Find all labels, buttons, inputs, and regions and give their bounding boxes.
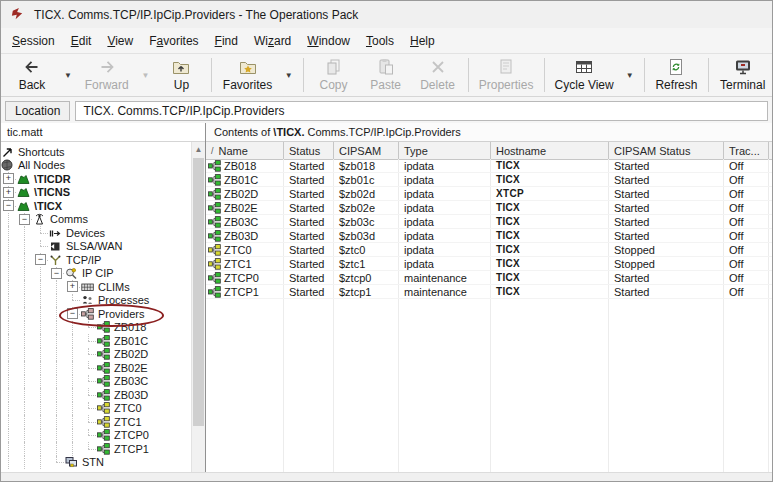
column-header-trac[interactable]: Trac...: [724, 142, 769, 159]
menu-find[interactable]: Find: [207, 31, 246, 51]
favorites-dropdown-caret[interactable]: ▼: [279, 54, 299, 96]
tree-item--ticdr[interactable]: +\TICDR: [1, 172, 191, 186]
menu-view[interactable]: View: [99, 31, 141, 51]
prov-yellow-icon: [208, 258, 221, 270]
tree-item-providers[interactable]: −Providers: [1, 307, 191, 321]
back-dropdown-caret[interactable]: ▼: [58, 54, 78, 96]
forward-dropdown-caret[interactable]: ▼: [136, 54, 156, 96]
table-row-zb03d[interactable]: ZB03DStarted$zb03dipdataTICXStartedOff: [206, 229, 772, 243]
tree-item-zb03d[interactable]: ZB03D: [1, 388, 191, 402]
favorites-button[interactable]: Favorites: [216, 54, 278, 96]
scroll-up-arrow-icon[interactable]: ▲: [192, 142, 205, 157]
cell-cipsam: $zb018: [334, 159, 399, 172]
tree-item-all-nodes[interactable]: All Nodes: [1, 159, 191, 173]
column-header-hostname[interactable]: Hostname: [491, 142, 609, 159]
table-row-zb02e[interactable]: ZB02EStarted$zb02eipdataTICXStartedOff: [206, 201, 772, 215]
tree-item--ticns[interactable]: +\TICNS: [1, 186, 191, 200]
forward-button[interactable]: Forward: [78, 54, 136, 96]
tree-item-zb02e[interactable]: ZB02E: [1, 361, 191, 375]
tree-item-ztcp0[interactable]: ZTCP0: [1, 429, 191, 443]
tree-guide: [49, 294, 65, 308]
terminal-button[interactable]: Terminal: [713, 54, 772, 96]
tree-item-label: All Nodes: [18, 159, 65, 171]
tree-item-ztc1[interactable]: ZTC1: [1, 415, 191, 429]
sidebar-pane-title: tic.matt: [1, 123, 205, 142]
menu-help[interactable]: Help: [402, 31, 443, 51]
properties-button[interactable]: Properties: [472, 54, 539, 96]
menu-wizard[interactable]: Wizard: [246, 31, 299, 51]
cell-text: Started: [289, 188, 324, 200]
tree-guide: [33, 388, 49, 402]
tree-connector: −: [49, 267, 65, 281]
table-row-ztcp1[interactable]: ZTCP1Started$ztcp1maintenanceTICXStarted…: [206, 285, 772, 299]
tree-guide: [65, 361, 81, 375]
table-row-zb01c[interactable]: ZB01CStarted$zb01cipdataTICXStartedOff: [206, 173, 772, 187]
tree-item-clims[interactable]: +CLIMs: [1, 280, 191, 294]
table-row-ztc1[interactable]: ZTC1Started$ztc1ipdataTICXStoppedOff: [206, 257, 772, 271]
tree-guide: [17, 240, 33, 254]
tree-item-ztcp1[interactable]: ZTCP1: [1, 442, 191, 456]
tree-item-zb01c[interactable]: ZB01C: [1, 334, 191, 348]
cell-hostname: TICX: [491, 243, 609, 256]
menu-window[interactable]: Window: [299, 31, 358, 51]
sidebar-pane: tic.matt ShortcutsAll Nodes+\TICDR+\TICN…: [1, 123, 206, 473]
tree-item--ticx[interactable]: −\TICX: [1, 199, 191, 213]
tree-item-ip-cip[interactable]: −IP CIP: [1, 267, 191, 281]
menu-edit[interactable]: Edit: [63, 31, 100, 51]
tree-item-stn[interactable]: STN: [1, 456, 191, 470]
collapse-box-icon[interactable]: −: [35, 254, 46, 265]
tree-item-tcp-ip[interactable]: −TCP/IP: [1, 253, 191, 267]
collapse-box-icon[interactable]: −: [51, 268, 62, 279]
collapse-box-icon[interactable]: −: [3, 200, 14, 211]
delete-button[interactable]: Delete: [412, 54, 464, 96]
menu-tools[interactable]: Tools: [358, 31, 402, 51]
back-button[interactable]: Back: [6, 54, 58, 96]
cell-text: Off: [729, 272, 743, 284]
prov-green-icon: [97, 443, 111, 455]
cycle-view-button[interactable]: Cycle View: [549, 54, 620, 96]
paste-button[interactable]: Paste: [360, 54, 412, 96]
collapse-box-icon[interactable]: −: [67, 308, 78, 319]
tree-item-shortcuts[interactable]: Shortcuts: [1, 145, 191, 159]
tree-scrollbar[interactable]: ▲: [191, 142, 205, 473]
table-row-ztc0[interactable]: ZTC0Started$ztc0ipdataTICXStoppedOff: [206, 243, 772, 257]
tree-guide: [1, 429, 17, 443]
collapse-box-icon[interactable]: −: [19, 214, 30, 225]
tree-item-zb02d[interactable]: ZB02D: [1, 348, 191, 362]
prov-green-icon: [208, 216, 221, 228]
app-window: TICX. Comms.TCP/IP.IpCip.Providers - The…: [0, 0, 773, 482]
toolbar-button-label: Properties: [479, 78, 534, 92]
tree-item-processes[interactable]: Processes: [1, 294, 191, 308]
location-input[interactable]: [75, 101, 768, 121]
menu-session[interactable]: Session: [4, 31, 63, 51]
column-header-type[interactable]: Type: [399, 142, 491, 159]
cell-text: Started: [289, 160, 324, 172]
column-header-status[interactable]: Status: [284, 142, 334, 159]
table-row-zb02d[interactable]: ZB02DStarted$zb02dipdataXTCPStartedOff: [206, 187, 772, 201]
refresh-button[interactable]: Refresh: [649, 54, 705, 96]
tree-item-comms[interactable]: −Comms: [1, 213, 191, 227]
up-button[interactable]: Up: [155, 54, 207, 96]
table-row-ztcp0[interactable]: ZTCP0Started$ztcp0maintenanceTICXStarted…: [206, 271, 772, 285]
menu-favorites[interactable]: Favorites: [141, 31, 206, 51]
tree-item-slsa-wan[interactable]: SLSA/WAN: [1, 240, 191, 254]
cell-cipsam: $zb02d: [334, 187, 399, 200]
column-header-cipsam[interactable]: CIPSAM: [334, 142, 399, 159]
location-label: Location: [5, 101, 70, 121]
cycle-view-dropdown-caret[interactable]: ▼: [620, 54, 640, 96]
column-header-cipsam-status[interactable]: CIPSAM Status: [609, 142, 724, 159]
table-row-zb03c[interactable]: ZB03CStarted$zb03cipdataTICXStartedOff: [206, 215, 772, 229]
tree-item-devices[interactable]: Devices: [1, 226, 191, 240]
tree-item-zb03c[interactable]: ZB03C: [1, 375, 191, 389]
table-row-zb018[interactable]: ZB018Started$zb018ipdataTICXStartedOff: [206, 159, 772, 173]
tree-item-ztc0[interactable]: ZTC0: [1, 402, 191, 416]
tree-item-zb018[interactable]: ZB018: [1, 321, 191, 335]
copy-button[interactable]: Copy: [308, 54, 360, 96]
expand-box-icon[interactable]: +: [67, 281, 78, 292]
scrollbar-thumb[interactable]: [193, 158, 204, 426]
column-header-name[interactable]: /Name: [206, 142, 284, 159]
cell-type: maintenance: [399, 285, 491, 298]
expand-box-icon[interactable]: +: [3, 187, 14, 198]
cell-hostname: TICX: [491, 285, 609, 298]
expand-box-icon[interactable]: +: [3, 173, 14, 184]
